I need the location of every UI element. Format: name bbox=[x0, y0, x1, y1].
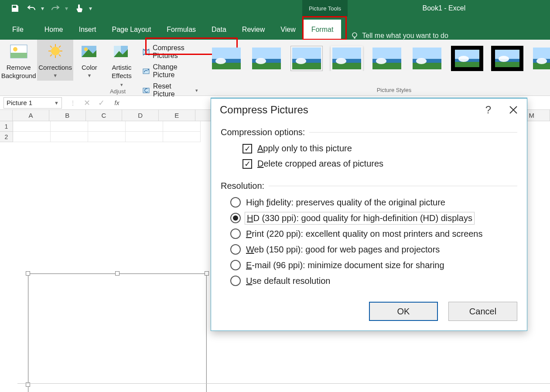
ok-button[interactable]: OK bbox=[369, 302, 438, 321]
radio-icon bbox=[230, 197, 241, 208]
svg-point-3 bbox=[13, 47, 17, 51]
dialog-title: Compress Pictures bbox=[220, 104, 308, 116]
group-adjust: Remove Background Corrections ▼ Color ▼ … bbox=[0, 40, 202, 95]
radio-web-150[interactable]: Web (150 ppi): good for web pages and pr… bbox=[221, 242, 517, 257]
cell[interactable] bbox=[163, 132, 201, 142]
dropdown-icon[interactable]: ▾ bbox=[65, 5, 68, 12]
checkbox-delete-cropped[interactable]: ✓ Delete cropped areas of pictures bbox=[221, 156, 517, 171]
tab-insert[interactable]: Insert bbox=[71, 20, 104, 40]
app-title: Book1 - Excel bbox=[423, 0, 466, 17]
tab-page-layout[interactable]: Page Layout bbox=[104, 20, 159, 40]
compress-pictures-button[interactable]: Compress Pictures bbox=[138, 42, 202, 61]
style-thumb[interactable] bbox=[331, 46, 363, 71]
remove-background-button[interactable]: Remove Background bbox=[0, 40, 37, 81]
svg-line-10 bbox=[59, 55, 61, 56]
name-box-value: Picture 1 bbox=[7, 99, 32, 106]
cell[interactable] bbox=[126, 132, 163, 142]
selected-picture-object[interactable] bbox=[28, 273, 207, 392]
resize-handle[interactable] bbox=[26, 271, 30, 276]
sheet-tab-strip[interactable] bbox=[17, 383, 550, 392]
select-all-button[interactable] bbox=[0, 110, 13, 121]
radio-high-fidelity[interactable]: High fidelity: preserves quality of the … bbox=[221, 194, 517, 210]
name-box[interactable]: Picture 1 ▼ bbox=[3, 97, 62, 109]
fx-icon[interactable]: fx bbox=[113, 99, 121, 106]
row-header[interactable]: 1 bbox=[0, 121, 13, 132]
tab-format[interactable]: Format bbox=[304, 20, 342, 40]
resize-handle[interactable] bbox=[115, 271, 120, 276]
col-header[interactable]: C bbox=[86, 110, 123, 121]
tab-file[interactable]: File bbox=[0, 20, 37, 40]
checkbox-icon: ✓ bbox=[243, 159, 252, 169]
tab-data[interactable]: Data bbox=[204, 20, 234, 40]
picture-styles-gallery[interactable] bbox=[202, 40, 550, 71]
undo-icon[interactable] bbox=[26, 3, 37, 14]
style-thumb[interactable] bbox=[451, 46, 483, 71]
help-icon[interactable]: ? bbox=[485, 104, 491, 116]
dropdown-icon[interactable]: ▼ bbox=[54, 100, 59, 106]
corrections-label: Corrections bbox=[38, 63, 72, 72]
cancel-button[interactable]: Cancel bbox=[448, 302, 517, 321]
tab-review[interactable]: Review bbox=[234, 20, 273, 40]
change-picture-button[interactable]: Change Picture bbox=[138, 61, 202, 81]
style-thumb[interactable] bbox=[531, 46, 550, 71]
dropdown-icon[interactable]: ▾ bbox=[41, 5, 44, 12]
cell[interactable] bbox=[51, 121, 88, 132]
radio-email-96[interactable]: E-mail (96 ppi): minimize document size … bbox=[221, 257, 517, 273]
title-bar: ▾ ▾ ▾ Picture Tools Book1 - Excel bbox=[0, 0, 550, 17]
radio-print-220[interactable]: Print (220 ppi): excellent quality on mo… bbox=[221, 226, 517, 242]
col-header[interactable]: E bbox=[159, 110, 195, 121]
tab-home[interactable]: Home bbox=[37, 20, 71, 40]
cell[interactable] bbox=[51, 132, 88, 142]
ellipsis-icon[interactable]: ⋮ bbox=[70, 99, 76, 106]
dropdown-icon[interactable]: ▾ bbox=[89, 5, 92, 12]
svg-line-12 bbox=[50, 55, 52, 56]
color-label: Color bbox=[82, 63, 97, 72]
cancel-icon[interactable]: ✕ bbox=[84, 98, 90, 108]
resize-handle[interactable] bbox=[205, 271, 209, 276]
checkbox-label: Apply only to this picture bbox=[257, 143, 352, 153]
redo-icon[interactable] bbox=[50, 3, 61, 14]
tell-me-search[interactable]: Tell me what you want to do bbox=[351, 32, 448, 40]
dialog-body: Compression options: ✓ Apply only to thi… bbox=[211, 119, 527, 295]
style-thumb[interactable] bbox=[371, 46, 403, 71]
corrections-button[interactable]: Corrections ▼ bbox=[37, 40, 73, 81]
save-icon[interactable] bbox=[10, 3, 20, 14]
cell[interactable] bbox=[88, 121, 126, 132]
cell[interactable] bbox=[163, 121, 201, 132]
touch-mode-icon[interactable] bbox=[74, 3, 85, 14]
tab-view[interactable]: View bbox=[273, 20, 303, 40]
col-header[interactable]: D bbox=[122, 110, 159, 121]
dialog-buttons: OK Cancel bbox=[211, 295, 527, 331]
artistic-effects-button[interactable]: Artistic Effects ▾ bbox=[106, 40, 138, 90]
dialog-titlebar[interactable]: Compress Pictures ? bbox=[211, 99, 527, 119]
cell[interactable] bbox=[13, 132, 51, 142]
svg-line-9 bbox=[50, 46, 52, 48]
style-thumb[interactable] bbox=[411, 46, 443, 71]
tab-formulas[interactable]: Formulas bbox=[159, 20, 204, 40]
remove-background-icon bbox=[9, 43, 28, 61]
radio-default[interactable]: Use default resolution bbox=[221, 273, 517, 289]
cell[interactable] bbox=[13, 121, 51, 132]
close-icon[interactable] bbox=[509, 105, 518, 115]
checkbox-apply-only[interactable]: ✓ Apply only to this picture bbox=[221, 141, 517, 156]
svg-line-11 bbox=[59, 46, 61, 48]
cell[interactable] bbox=[88, 132, 126, 142]
style-thumb[interactable] bbox=[210, 46, 243, 71]
svg-point-0 bbox=[352, 33, 357, 37]
svg-point-15 bbox=[84, 48, 88, 51]
radio-hd-330[interactable]: HD (330 ppi): good quality for high-defi… bbox=[221, 210, 517, 226]
col-header[interactable]: B bbox=[49, 110, 86, 121]
row-header[interactable]: 2 bbox=[0, 132, 13, 142]
style-thumb[interactable] bbox=[491, 46, 523, 71]
enter-icon[interactable]: ✓ bbox=[98, 98, 105, 108]
compress-pictures-icon bbox=[142, 48, 150, 56]
cell[interactable] bbox=[126, 121, 163, 132]
radio-label: HD (330 ppi): good quality for high-defi… bbox=[246, 213, 473, 223]
style-thumb[interactable] bbox=[250, 46, 283, 71]
col-header[interactable]: A bbox=[13, 110, 49, 121]
color-button[interactable]: Color ▼ bbox=[73, 40, 106, 81]
group-picture-styles: Picture Styles bbox=[202, 40, 550, 95]
tell-me-placeholder: Tell me what you want to do bbox=[362, 32, 448, 40]
style-thumb[interactable] bbox=[290, 46, 323, 71]
lightbulb-icon bbox=[351, 32, 359, 40]
